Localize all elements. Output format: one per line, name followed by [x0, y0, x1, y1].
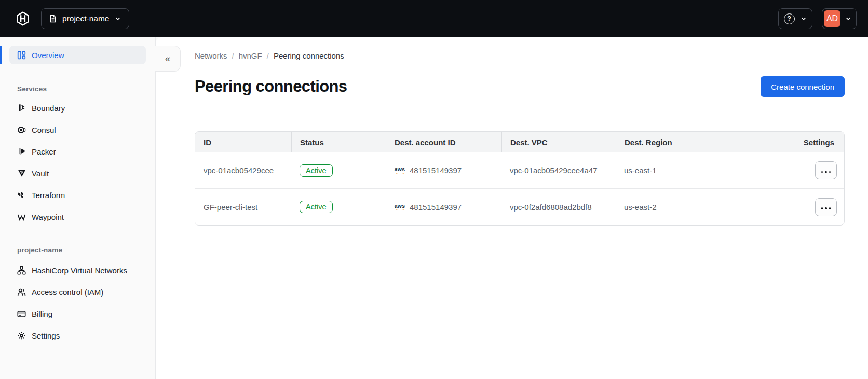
boundary-icon: [17, 104, 26, 113]
cell-status: Active: [291, 201, 386, 213]
sidebar-item-label: Terraform: [32, 191, 65, 200]
network-icon: [17, 266, 26, 275]
cell-settings: [704, 198, 844, 216]
active-item-indicator: [0, 46, 2, 64]
cell-dest-account-id: aws 481515149397: [386, 166, 501, 175]
column-header-status: Status: [291, 132, 386, 152]
help-icon: ?: [784, 13, 795, 24]
sidebar-section-project: project-name: [9, 246, 146, 254]
sidebar: Overview Services Boundary: [0, 37, 156, 379]
chevron-down-icon: [800, 15, 807, 22]
project-switcher-label: project-name: [62, 14, 109, 23]
sidebar-services-list: Boundary Consul: [9, 97, 146, 228]
packer-icon: [17, 147, 26, 156]
gear-icon: [17, 331, 26, 340]
ellipsis-icon: [820, 166, 832, 174]
cell-settings: [704, 161, 844, 179]
column-header-dest-account-id: Dest. account ID: [386, 132, 501, 152]
chevron-down-icon: [845, 15, 852, 22]
sidebar-item-vault[interactable]: Vault: [9, 162, 146, 184]
cell-id: vpc-01acb05429cee: [195, 166, 291, 175]
ellipsis-icon: [820, 203, 832, 211]
cell-dest-region: us-east-2: [616, 203, 704, 212]
page-title: Peering connections: [195, 77, 347, 96]
row-actions-button[interactable]: [815, 198, 837, 216]
project-switcher-button[interactable]: project-name: [41, 8, 129, 29]
table-row: vpc-01acb05429cee Active aws 48151514939…: [195, 152, 844, 189]
sidebar-item-terraform[interactable]: Terraform: [9, 184, 146, 206]
help-menu-button[interactable]: ?: [778, 8, 812, 29]
account-menu-button[interactable]: AD: [822, 8, 857, 29]
vault-icon: [17, 169, 26, 178]
breadcrumb-hvn[interactable]: hvnGF: [239, 51, 262, 60]
breadcrumb-networks[interactable]: Networks: [195, 51, 227, 60]
cell-dest-vpc: vpc-01acb05429cee4a47: [501, 166, 616, 175]
avatar: AD: [824, 10, 840, 27]
document-icon: [49, 15, 57, 23]
waypoint-icon: [17, 213, 26, 221]
collapse-sidebar-button[interactable]: «: [155, 46, 181, 72]
sidebar-item-virtual-networks[interactable]: HashiCorp Virtual Networks: [9, 259, 146, 281]
sidebar-item-boundary[interactable]: Boundary: [9, 97, 146, 119]
sidebar-item-label: Consul: [32, 125, 56, 134]
column-header-dest-vpc: Dest. VPC: [501, 132, 616, 152]
terraform-icon: [17, 191, 26, 200]
cell-dest-vpc: vpc-0f2afd6808ad2bdf8: [501, 203, 616, 212]
create-connection-button[interactable]: Create connection: [761, 76, 845, 97]
aws-icon: aws: [394, 166, 405, 174]
breadcrumb: Networks / hvnGF / Peering connections: [195, 50, 845, 61]
sidebar-item-label: Vault: [32, 169, 49, 178]
cell-status: Active: [291, 164, 386, 177]
row-actions-button[interactable]: [815, 161, 837, 179]
main-content: Networks / hvnGF / Peering connections P…: [156, 37, 868, 379]
page-header: Peering connections Create connection: [195, 75, 845, 99]
sidebar-item-label: Access control (IAM): [32, 288, 103, 297]
status-badge: Active: [300, 201, 333, 213]
sidebar-item-label: Packer: [32, 147, 56, 156]
cell-dest-region: us-east-1: [616, 166, 704, 175]
sidebar-section-services: Services: [9, 85, 146, 93]
column-header-settings: Settings: [704, 132, 844, 152]
table-row: GF-peer-cli-test Active aws 481515149397…: [195, 189, 844, 225]
dashboard-icon: [17, 51, 26, 60]
sidebar-item-label: Billing: [32, 310, 52, 318]
breadcrumb-separator: /: [232, 51, 234, 60]
collapse-sidebar-icon: «: [165, 53, 170, 64]
status-badge: Active: [300, 164, 333, 177]
sidebar-project-list: HashiCorp Virtual Networks Access contro…: [9, 259, 146, 346]
sidebar-item-label: Overview: [32, 51, 64, 60]
sidebar-item-label: Boundary: [32, 104, 65, 113]
column-header-dest-region: Dest. Region: [616, 132, 704, 152]
app-frame: Overview Services Boundary: [0, 37, 868, 379]
sidebar-item-settings[interactable]: Settings: [9, 325, 146, 346]
breadcrumb-separator: /: [267, 51, 269, 60]
sidebar-item-packer[interactable]: Packer: [9, 141, 146, 162]
top-bar: project-name ? AD: [0, 0, 868, 37]
breadcrumb-current: Peering connections: [274, 51, 344, 60]
consul-icon: [17, 125, 26, 134]
hashicorp-logo-icon: [14, 10, 32, 27]
sidebar-item-label: HashiCorp Virtual Networks: [32, 266, 127, 275]
sidebar-item-overview[interactable]: Overview: [9, 46, 146, 64]
sidebar-item-billing[interactable]: Billing: [9, 303, 146, 325]
sidebar-item-consul[interactable]: Consul: [9, 119, 146, 141]
account-id-value: 481515149397: [410, 203, 462, 212]
cell-id: GF-peer-cli-test: [195, 203, 291, 212]
column-header-id: ID: [195, 132, 291, 152]
sidebar-item-label: Waypoint: [32, 213, 64, 221]
sidebar-item-label: Settings: [32, 331, 60, 340]
cell-dest-account-id: aws 481515149397: [386, 203, 501, 212]
chevron-down-icon: [114, 15, 121, 22]
sidebar-item-waypoint[interactable]: Waypoint: [9, 206, 146, 228]
aws-icon: aws: [394, 203, 405, 211]
sidebar-item-access-control[interactable]: Access control (IAM): [9, 281, 146, 303]
table-header-row: ID Status Dest. account ID Dest. VPC Des…: [195, 132, 844, 152]
billing-icon: [17, 310, 26, 318]
peering-connections-table: ID Status Dest. account ID Dest. VPC Des…: [195, 131, 845, 226]
account-id-value: 481515149397: [410, 166, 462, 175]
users-icon: [17, 288, 26, 297]
